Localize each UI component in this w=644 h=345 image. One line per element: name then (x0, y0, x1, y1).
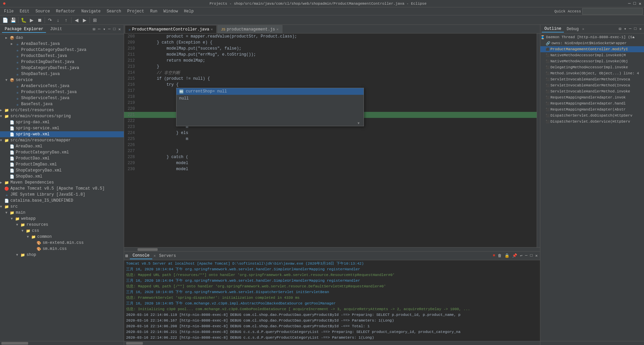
close-panel-icon[interactable]: ✕ (117, 26, 122, 32)
line-content[interactable]: } catch (Exception e) { (138, 40, 212, 45)
outline-collapse-btn[interactable]: ⊟ (618, 26, 622, 32)
tree-item[interactable]: ▼📁css (0, 228, 124, 234)
outline-tree[interactable]: 🧵Daemon Thread [http-nio-8080-exec-1] (S… (540, 33, 644, 341)
tab-js-close[interactable]: ✕ (276, 27, 279, 31)
tree-item[interactable]: 🎨sm.min.css (0, 246, 124, 252)
menu-project[interactable]: Project (124, 8, 147, 14)
back-button[interactable]: ◀ (73, 16, 80, 24)
tree-item[interactable]: 📄catalina.base_IS_UNDEFINED (0, 198, 124, 204)
right-panel-hscrollbar[interactable] (540, 341, 644, 345)
console-scroll-lock-btn[interactable]: 🔒 (503, 253, 511, 259)
console-pin-btn[interactable]: 📌 (511, 253, 518, 259)
tree-item[interactable]: 📄ProductImgDao.xml (0, 161, 124, 167)
tree-item[interactable]: 📄ProductCategoryDao.xml (0, 149, 124, 155)
outline-item[interactable]: ⬛ProductManagementController.modifyI (540, 46, 644, 52)
tree-item[interactable]: 📄ProductDao.xml (0, 155, 124, 161)
code-hscrollbar[interactable] (124, 247, 540, 251)
new-button[interactable]: 📄 (1, 16, 9, 24)
menu-window[interactable]: Window (161, 8, 180, 14)
left-panel-hscrollbar[interactable] (0, 341, 124, 345)
tab-product-controller-close[interactable]: ✕ (211, 27, 213, 31)
tree-item[interactable]: ▼📦service (0, 77, 124, 83)
outline-item[interactable]: ⬛ServletInvocableHandlerMethod(Invoca (540, 82, 644, 88)
tab-debug-close[interactable]: ✕ (582, 27, 584, 31)
menu-refactor[interactable]: Refactor (53, 8, 78, 14)
tree-item[interactable]: ☕ProductDaoTest.java (0, 53, 124, 59)
outline-item[interactable]: ⬛DispatcherServlet.doDispatch(HttpServ (540, 113, 644, 119)
outline-item[interactable]: ⬛DelegatingMethodAccessorImpl.invoke (540, 64, 644, 70)
tab-servers[interactable]: Servers (156, 253, 178, 259)
outline-item[interactable]: ⬛RequestMappingHandlerAdapter.handl (540, 100, 644, 107)
outline-view-menu-btn[interactable]: ▾ (623, 26, 627, 32)
menu-edit[interactable]: Edit (17, 8, 32, 14)
tab-package-explorer[interactable]: Package Explorer (2, 26, 46, 33)
line-content[interactable]: try { (138, 82, 178, 87)
maximize-panel-icon[interactable]: □ (112, 26, 117, 32)
maximize-button[interactable]: □ (633, 1, 636, 6)
tree-item[interactable]: ☕BaseTest.java (0, 101, 124, 107)
menu-help[interactable]: Help (181, 8, 197, 14)
line-content[interactable]: // 非空判断 (138, 70, 180, 76)
tree-item[interactable]: ☕JRE System Library [JavaSE-1.8] (0, 192, 124, 198)
forward-button[interactable]: ▶ (81, 16, 88, 24)
tree-item[interactable]: ▶☕AreaDaoTest.java (0, 41, 124, 47)
tree-item[interactable]: ▶📁Maven Dependencies (0, 180, 124, 186)
tree-item[interactable]: 🎨sm-extend.min.css (0, 240, 124, 246)
console-close-btn[interactable]: ✕ (534, 253, 539, 259)
menu-run[interactable]: Run (148, 8, 160, 14)
line-content[interactable]: product = mapper.readValue(productStr, P… (138, 34, 297, 39)
line-content[interactable]: } (138, 149, 178, 153)
quick-access-input[interactable] (582, 8, 643, 15)
line-content[interactable]: } catch ( (138, 155, 188, 159)
close-button[interactable]: ✕ (639, 1, 641, 6)
tree-item[interactable]: ▼📁shop (0, 252, 124, 258)
line-content[interactable]: modelMap.put("success", false); (138, 46, 241, 51)
tree-item[interactable]: ☕ProductCategoryDaoTest.java (0, 47, 124, 53)
outline-close-btn[interactable]: ✕ (638, 26, 643, 32)
tree-item[interactable]: 📄spring-web.xml (0, 131, 124, 137)
tab-debug[interactable]: Debug (564, 26, 581, 32)
save-button[interactable]: 💾 (9, 16, 17, 24)
link-editor-icon[interactable]: ↔ (97, 26, 101, 32)
console-stop-btn[interactable]: ■ (492, 253, 496, 259)
outline-item[interactable]: ⬛RequestMappingHandlerAdapter(Abstr (540, 107, 644, 113)
tree-item[interactable]: 📄ShopDao.xml (0, 174, 124, 180)
tree-item[interactable]: ▶📁src/test/resources (0, 107, 124, 113)
console-word-wrap-btn[interactable]: ↩ (519, 253, 523, 259)
tree-view[interactable]: ▶📦dao▶☕AreaDaoTest.java ☕ProductCategory… (0, 34, 124, 341)
editor-vscrollbar[interactable] (537, 33, 540, 247)
tree-item[interactable]: ▼📁src/main/resources/mapper (0, 137, 124, 143)
tree-item[interactable]: ☕ProductServiceTest.java (0, 89, 124, 95)
run-button[interactable]: ▶ (28, 16, 35, 24)
console-maximize-btn[interactable]: □ (529, 253, 534, 259)
tree-item[interactable]: ▼📁resources (0, 222, 124, 228)
tree-item[interactable]: ☕ShopCategoryDaoTest.java (0, 65, 124, 71)
menu-file[interactable]: File (1, 8, 16, 14)
tab-productmanagement-js[interactable]: JS productmanagement.js ✕ (217, 25, 282, 33)
menu-search[interactable]: Search (104, 8, 124, 14)
outline-minimize-btn[interactable]: ─ (628, 26, 632, 32)
outline-item[interactable]: ⬛ServletInvocableHandlerMethod(Invoca (540, 76, 644, 82)
tree-item[interactable]: 📄spring-service.xml (0, 125, 124, 131)
line-content[interactable]: modelMap.put("errMsg", e.toString()); (138, 52, 256, 57)
ac-item-0[interactable]: 🔤 currentShop= null (176, 88, 364, 95)
tree-item[interactable]: ▼📁webapp (0, 216, 124, 222)
step-into[interactable]: ↓ (54, 16, 62, 24)
tree-item[interactable]: 🔴Apache Tomcat v8.5 [Apache Tomcat v8.5] (0, 186, 124, 192)
tree-item[interactable]: ☕ShopDaoTest.java (0, 71, 124, 77)
tab-console-close[interactable]: ✕ (154, 254, 156, 258)
tree-item[interactable]: 📄spring-dao.xml (0, 119, 124, 125)
stop-button[interactable]: ⏹ (36, 16, 43, 24)
line-content[interactable]: return modelMap; (138, 58, 205, 63)
outline-item[interactable]: ⬛RequestMappingHandlerAdapter.invok (540, 94, 644, 100)
outline-item[interactable]: ⬛NativeMethodAccessorImpl.invoke0(M (540, 52, 644, 58)
menu-navigate[interactable]: Navigate (78, 8, 103, 14)
step-over[interactable]: ↷ (46, 16, 54, 24)
outline-item[interactable]: ⬛Method.invoke(Object, Object...) line: … (540, 70, 644, 76)
console-clear-btn[interactable]: 🗑 (497, 253, 503, 259)
line-content[interactable]: } (138, 64, 159, 69)
tab-console[interactable]: Console (130, 253, 152, 259)
tree-item[interactable]: ▼📁main (0, 210, 124, 216)
console-minimize-btn[interactable]: ─ (524, 253, 528, 259)
code-editor[interactable]: 208 product = mapper.readValue(productSt… (124, 33, 540, 247)
